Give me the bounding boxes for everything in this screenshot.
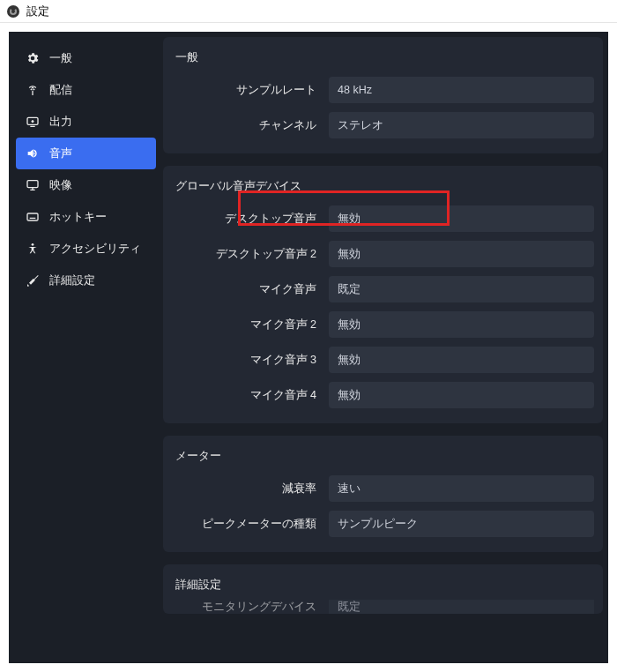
svg-rect-1 xyxy=(27,181,38,188)
row-mic-audio-1: マイク音声 既定 xyxy=(163,272,603,307)
row-sample-rate: サンプルレート 48 kHz xyxy=(163,72,603,108)
settings-window: 設定 一般 配信 xyxy=(0,0,617,672)
row-monitoring-device: モニタリングデバイス 既定 xyxy=(163,600,603,614)
sidebar-item-hotkeys[interactable]: ホットキー xyxy=(16,201,156,233)
panel-header-general: 一般 xyxy=(163,37,603,72)
keyboard-icon xyxy=(25,209,41,225)
row-mic-audio-2: マイク音声 2 無効 xyxy=(163,307,603,342)
label-desktop-audio-2: デスクトップ音声 2 xyxy=(172,247,322,262)
titlebar: 設定 xyxy=(0,0,617,23)
sidebar-item-advanced[interactable]: 詳細設定 xyxy=(16,265,156,296)
sidebar-label: 配信 xyxy=(49,82,72,98)
select-channel[interactable]: ステレオ xyxy=(329,112,594,138)
tools-icon xyxy=(25,273,41,288)
panel-header-advanced: 詳細設定 xyxy=(163,564,603,600)
label-mic-audio-2: マイク音声 2 xyxy=(172,317,322,332)
label-decay-rate: 減衰率 xyxy=(172,482,322,497)
sidebar-label: 出力 xyxy=(49,114,72,130)
settings-scroll[interactable]: 一般 サンプルレート 48 kHz チャンネル ステレオ グローバル音声デバイス xyxy=(163,37,603,658)
sidebar-item-output[interactable]: 出力 xyxy=(16,106,156,138)
select-mic-audio-3[interactable]: 無効 xyxy=(329,347,594,373)
label-mic-audio-1: マイク音声 xyxy=(172,282,322,297)
svg-point-3 xyxy=(32,243,34,246)
window-title: 設定 xyxy=(26,4,49,19)
settings-chrome: 一般 配信 出力 xyxy=(9,32,608,663)
panel-advanced: 詳細設定 モニタリングデバイス 既定 xyxy=(163,564,603,614)
sidebar-label: 音声 xyxy=(49,146,72,161)
select-mic-audio-1[interactable]: 既定 xyxy=(329,276,594,302)
sidebar-label: 詳細設定 xyxy=(49,273,95,288)
sidebar-label: 一般 xyxy=(49,50,72,66)
label-monitoring-device: モニタリングデバイス xyxy=(172,600,322,614)
panel-header-global-audio: グローバル音声デバイス xyxy=(163,166,603,201)
main-panel: 一般 サンプルレート 48 kHz チャンネル ステレオ グローバル音声デバイス xyxy=(163,32,608,663)
label-sample-rate: サンプルレート xyxy=(172,83,322,98)
sidebar-item-video[interactable]: 映像 xyxy=(16,169,156,201)
label-channel: チャンネル xyxy=(172,118,322,133)
accessibility-icon xyxy=(25,241,41,257)
label-mic-audio-4: マイク音声 4 xyxy=(172,388,322,403)
row-channel: チャンネル ステレオ xyxy=(163,108,603,143)
label-desktop-audio-1: デスクトップ音声 xyxy=(172,212,322,227)
sidebar-label: アクセシビリティ xyxy=(49,241,141,257)
panel-meter: メーター 減衰率 速い ピークメーターの種類 サンプルピーク xyxy=(163,436,603,552)
row-mic-audio-4: マイク音声 4 無効 xyxy=(163,377,603,413)
row-decay-rate: 減衰率 速い xyxy=(163,471,603,506)
panel-header-meter: メーター xyxy=(163,436,603,471)
speaker-icon xyxy=(25,146,41,161)
sidebar-item-audio[interactable]: 音声 xyxy=(16,138,156,169)
monitor-icon xyxy=(25,177,41,193)
select-sample-rate[interactable]: 48 kHz xyxy=(329,77,594,103)
select-mic-audio-4[interactable]: 無効 xyxy=(329,382,594,408)
row-desktop-audio-1: デスクトップ音声 無効 xyxy=(163,201,603,236)
panel-general: 一般 サンプルレート 48 kHz チャンネル ステレオ xyxy=(163,37,603,153)
sidebar-item-general[interactable]: 一般 xyxy=(16,42,156,74)
antenna-icon xyxy=(25,82,41,98)
select-decay-rate[interactable]: 速い xyxy=(329,475,594,502)
output-icon xyxy=(25,114,41,130)
sidebar-label: ホットキー xyxy=(49,209,107,225)
label-mic-audio-3: マイク音声 3 xyxy=(172,353,322,368)
sidebar-item-stream[interactable]: 配信 xyxy=(16,74,156,106)
svg-rect-2 xyxy=(27,213,38,220)
row-mic-audio-3: マイク音声 3 無効 xyxy=(163,342,603,377)
select-desktop-audio-2[interactable]: 無効 xyxy=(329,241,594,267)
gear-icon xyxy=(25,50,41,66)
sidebar-label: 映像 xyxy=(49,177,72,193)
row-peak-meter-type: ピークメーターの種類 サンプルピーク xyxy=(163,506,603,541)
select-monitoring-device[interactable]: 既定 xyxy=(329,600,594,614)
select-desktop-audio-1[interactable]: 無効 xyxy=(329,205,594,232)
window-body: 一般 配信 出力 xyxy=(0,23,617,672)
app-logo-icon xyxy=(7,5,19,18)
label-peak-meter-type: ピークメーターの種類 xyxy=(172,517,322,532)
select-mic-audio-2[interactable]: 無効 xyxy=(329,311,594,338)
panel-global-audio: グローバル音声デバイス デスクトップ音声 無効 デスクトップ音声 2 無効 マイ… xyxy=(163,166,603,423)
select-peak-meter-type[interactable]: サンプルピーク xyxy=(329,511,594,537)
row-desktop-audio-2: デスクトップ音声 2 無効 xyxy=(163,236,603,272)
sidebar: 一般 配信 出力 xyxy=(9,32,163,663)
sidebar-item-accessibility[interactable]: アクセシビリティ xyxy=(16,233,156,265)
